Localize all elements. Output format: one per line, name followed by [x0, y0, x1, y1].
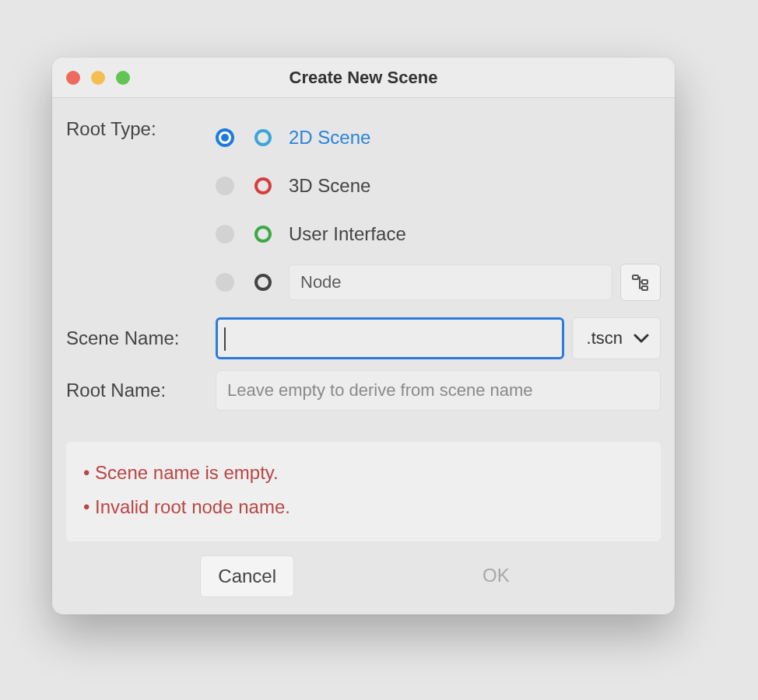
dialog-button-row: Cancel OK: [66, 555, 661, 597]
cancel-button[interactable]: Cancel: [200, 555, 294, 597]
root-name-placeholder: Leave empty to derive from scene name: [227, 380, 533, 401]
node-tree-icon: [631, 273, 650, 292]
root-type-option-node[interactable]: Node: [216, 258, 661, 306]
scene-name-row: Scene Name: .tscn: [66, 317, 661, 359]
option-label: 2D Scene: [289, 127, 370, 149]
minimize-icon[interactable]: [91, 71, 105, 85]
window-controls: [66, 71, 130, 85]
radio-unselected-icon: [216, 225, 234, 243]
root-type-options: 2D Scene 3D Scene User Interface: [216, 114, 661, 306]
radio-unselected-icon: [216, 177, 234, 195]
node-picker-button[interactable]: [620, 264, 661, 301]
error-message: Invalid root node name.: [83, 490, 644, 524]
dialog-body: Root Type: 2D Scene 3D Scene User Interf…: [52, 98, 675, 614]
ok-button: OK: [465, 555, 527, 597]
svg-rect-1: [642, 280, 647, 284]
svg-rect-2: [642, 286, 647, 290]
node-2d-icon: [254, 129, 272, 146]
root-name-row: Root Name: Leave empty to derive from sc…: [66, 370, 661, 411]
dialog-titlebar: Create New Scene: [52, 58, 675, 98]
scene-extension-select[interactable]: .tscn: [572, 317, 661, 359]
root-type-option-2d[interactable]: 2D Scene: [216, 114, 661, 162]
validation-errors: Scene name is empty. Invalid root node n…: [66, 442, 661, 541]
node-3d-icon: [254, 177, 272, 194]
custom-node-type-value: Node: [300, 272, 342, 292]
root-type-option-3d[interactable]: 3D Scene: [216, 162, 661, 210]
error-message: Scene name is empty.: [83, 456, 644, 490]
option-label: User Interface: [289, 223, 406, 245]
scene-name-input[interactable]: [216, 317, 564, 359]
root-name-label: Root Name:: [66, 380, 216, 401]
radio-unselected-icon: [216, 273, 234, 292]
radio-selected-icon: [216, 128, 234, 147]
close-icon[interactable]: [66, 71, 80, 85]
text-caret-icon: [224, 327, 226, 351]
maximize-icon[interactable]: [116, 71, 130, 85]
control-icon: [254, 226, 272, 243]
root-type-option-ui[interactable]: User Interface: [216, 210, 661, 258]
node-icon: [254, 274, 272, 291]
chevron-down-icon: [633, 333, 649, 344]
root-type-row: Root Type: 2D Scene 3D Scene User Interf…: [66, 114, 661, 306]
root-name-input[interactable]: Leave empty to derive from scene name: [216, 370, 661, 411]
dialog-title: Create New Scene: [290, 68, 438, 88]
svg-rect-0: [633, 275, 638, 279]
option-label: 3D Scene: [289, 175, 370, 197]
create-new-scene-dialog: Create New Scene Root Type: 2D Scene 3D …: [52, 58, 675, 614]
root-type-label: Root Type:: [66, 114, 216, 140]
scene-extension-value: .tscn: [587, 328, 623, 348]
scene-name-label: Scene Name:: [66, 327, 216, 349]
custom-node-type-field[interactable]: Node: [289, 264, 612, 300]
